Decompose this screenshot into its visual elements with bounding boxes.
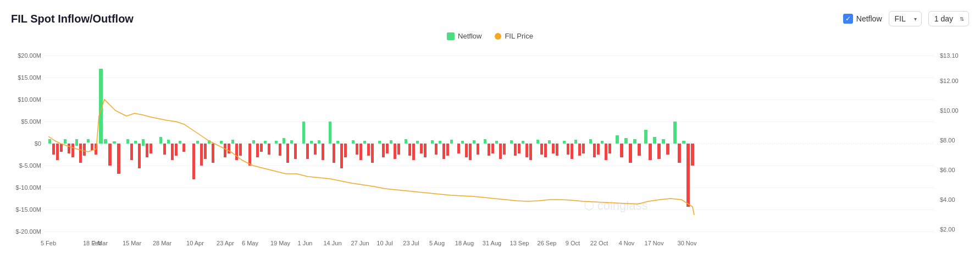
svg-rect-165 bbox=[678, 144, 681, 163]
svg-rect-57 bbox=[192, 144, 195, 179]
svg-rect-146 bbox=[589, 139, 592, 144]
svg-rect-51 bbox=[163, 144, 166, 155]
svg-text:2 Mar: 2 Mar bbox=[92, 240, 108, 246]
svg-rect-34 bbox=[83, 144, 86, 156]
svg-rect-107 bbox=[416, 141, 419, 144]
svg-rect-79 bbox=[290, 140, 293, 144]
svg-rect-30 bbox=[68, 144, 70, 153]
svg-rect-100 bbox=[386, 144, 389, 153]
svg-rect-108 bbox=[420, 144, 423, 153]
svg-text:$20.00M: $20.00M bbox=[18, 52, 41, 59]
svg-text:30 Nov: 30 Nov bbox=[678, 240, 697, 246]
svg-rect-75 bbox=[275, 141, 278, 144]
svg-rect-86 bbox=[322, 144, 324, 160]
svg-text:$6.00: $6.00 bbox=[940, 167, 955, 173]
svg-rect-117 bbox=[461, 141, 464, 144]
svg-rect-162 bbox=[662, 139, 665, 144]
time-label: 1 day bbox=[934, 14, 953, 23]
svg-rect-142 bbox=[571, 144, 573, 159]
svg-rect-143 bbox=[574, 140, 577, 144]
svg-rect-123 bbox=[488, 144, 490, 156]
time-selector[interactable]: 1 day ⇅ bbox=[928, 11, 969, 26]
netflow-toggle[interactable]: ✓ Netflow bbox=[843, 14, 882, 24]
svg-rect-122 bbox=[484, 139, 486, 144]
chevron-down-icon: ▾ bbox=[914, 16, 917, 22]
svg-text:$-10.00M: $-10.00M bbox=[16, 184, 41, 191]
svg-rect-82 bbox=[306, 144, 309, 159]
legend-netflow-label: Netflow bbox=[458, 32, 481, 40]
svg-text:$5.00M: $5.00M bbox=[21, 118, 41, 125]
svg-rect-121 bbox=[477, 144, 479, 155]
svg-rect-127 bbox=[503, 144, 506, 155]
asset-dropdown[interactable]: FIL ▾ bbox=[889, 11, 922, 26]
svg-rect-54 bbox=[175, 144, 178, 156]
svg-rect-88 bbox=[333, 144, 335, 163]
svg-rect-154 bbox=[624, 138, 628, 144]
svg-rect-84 bbox=[314, 144, 317, 155]
svg-rect-74 bbox=[268, 144, 270, 155]
svg-rect-69 bbox=[248, 144, 251, 166]
svg-rect-102 bbox=[394, 144, 396, 159]
svg-rect-113 bbox=[442, 144, 445, 159]
svg-rect-160 bbox=[653, 137, 656, 144]
svg-rect-93 bbox=[356, 144, 358, 155]
chart-svg: $20.00M $15.00M $10.00M $5.00M $0 $-5.00… bbox=[11, 45, 969, 254]
svg-rect-47 bbox=[142, 139, 145, 146]
svg-rect-85 bbox=[318, 140, 320, 144]
svg-rect-32 bbox=[75, 139, 78, 146]
svg-rect-110 bbox=[431, 140, 434, 144]
svg-rect-92 bbox=[352, 140, 355, 144]
svg-rect-48 bbox=[146, 144, 148, 157]
svg-rect-55 bbox=[179, 141, 181, 144]
svg-text:17 Nov: 17 Nov bbox=[645, 240, 664, 246]
svg-rect-50 bbox=[159, 137, 162, 144]
svg-rect-168 bbox=[691, 144, 694, 166]
svg-rect-39 bbox=[104, 139, 107, 144]
svg-rect-33 bbox=[79, 144, 82, 163]
svg-rect-111 bbox=[435, 144, 438, 155]
svg-text:23 Jul: 23 Jul bbox=[403, 240, 419, 246]
svg-rect-157 bbox=[638, 144, 641, 156]
svg-rect-125 bbox=[495, 141, 498, 144]
svg-rect-152 bbox=[616, 135, 619, 144]
svg-rect-26 bbox=[52, 144, 55, 155]
svg-text:5 Feb: 5 Feb bbox=[41, 240, 56, 246]
svg-rect-97 bbox=[371, 144, 374, 163]
svg-rect-67 bbox=[235, 144, 238, 160]
svg-rect-52 bbox=[167, 140, 170, 144]
svg-text:22 Oct: 22 Oct bbox=[590, 240, 608, 246]
svg-rect-132 bbox=[525, 144, 528, 157]
asset-label: FIL bbox=[895, 14, 906, 23]
svg-rect-78 bbox=[286, 144, 289, 163]
svg-rect-73 bbox=[264, 141, 267, 144]
svg-text:$13.10: $13.10 bbox=[940, 52, 959, 59]
svg-rect-104 bbox=[405, 139, 407, 144]
svg-rect-155 bbox=[629, 144, 632, 163]
svg-rect-126 bbox=[499, 144, 502, 159]
netflow-checkbox[interactable]: ✓ bbox=[843, 14, 853, 24]
svg-rect-31 bbox=[71, 144, 74, 157]
svg-rect-128 bbox=[510, 140, 513, 144]
svg-rect-83 bbox=[310, 141, 313, 144]
svg-rect-63 bbox=[220, 141, 223, 144]
svg-rect-134 bbox=[536, 140, 539, 144]
svg-rect-56 bbox=[182, 144, 185, 152]
svg-rect-71 bbox=[256, 144, 259, 157]
svg-text:$-5.00M: $-5.00M bbox=[19, 162, 41, 169]
svg-text:⬡ coinglass: ⬡ coinglass bbox=[584, 199, 648, 212]
fil-price-color-swatch bbox=[495, 33, 501, 40]
svg-rect-94 bbox=[359, 144, 362, 160]
svg-text:10 Apr: 10 Apr bbox=[186, 240, 204, 246]
controls: ✓ Netflow FIL ▾ 1 day ⇅ bbox=[843, 11, 969, 26]
svg-rect-42 bbox=[117, 144, 120, 174]
svg-rect-161 bbox=[657, 144, 661, 159]
svg-rect-28 bbox=[60, 144, 63, 152]
svg-rect-149 bbox=[601, 141, 603, 144]
svg-rect-59 bbox=[200, 144, 203, 166]
svg-text:19 May: 19 May bbox=[270, 240, 291, 246]
svg-rect-60 bbox=[204, 144, 207, 159]
chart-area: $20.00M $15.00M $10.00M $5.00M $0 $-5.00… bbox=[11, 45, 969, 254]
legend-fil-price: FIL Price bbox=[495, 32, 533, 40]
svg-rect-136 bbox=[544, 144, 547, 157]
svg-rect-114 bbox=[446, 144, 449, 156]
